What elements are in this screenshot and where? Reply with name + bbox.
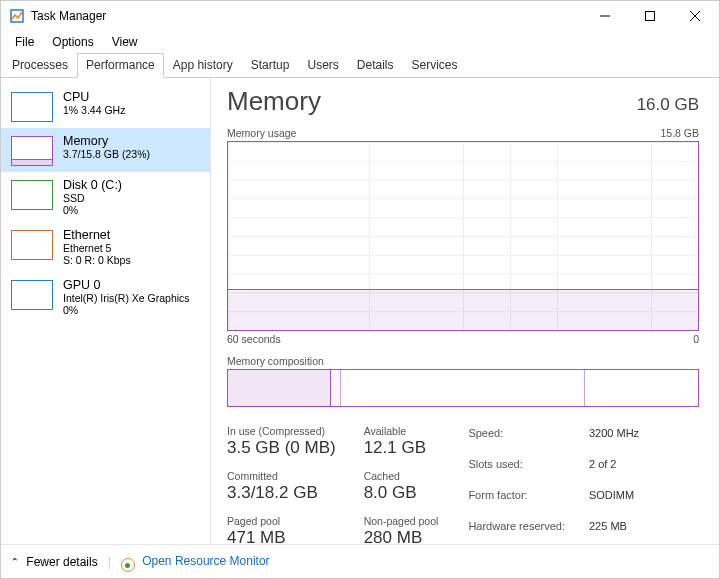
sidebar-item-ethernet[interactable]: Ethernet Ethernet 5 S: 0 R: 0 Kbps	[1, 222, 210, 272]
sidebar-disk-sub: SSD	[63, 192, 122, 204]
memory-usage-chart	[227, 141, 699, 331]
tab-apphistory[interactable]: App history	[164, 53, 242, 77]
sidebar-item-gpu[interactable]: GPU 0 Intel(R) Iris(R) Xe Graphics 0%	[1, 272, 210, 322]
tab-users[interactable]: Users	[298, 53, 347, 77]
speed-key: Speed:	[468, 427, 565, 455]
composition-label: Memory composition	[227, 355, 699, 367]
hw-key: Hardware reserved:	[468, 520, 565, 544]
chevron-up-icon: ⌄	[11, 556, 19, 567]
nonpaged-value: 280 MB	[364, 528, 439, 544]
tab-performance[interactable]: Performance	[77, 53, 164, 78]
sidebar-disk-title: Disk 0 (C:)	[63, 178, 122, 192]
sidebar-cpu-sub: 1% 3.44 GHz	[63, 104, 125, 116]
app-icon	[9, 8, 25, 24]
sidebar-cpu-title: CPU	[63, 90, 125, 104]
sidebar-eth-title: Ethernet	[63, 228, 131, 242]
hw-val: 225 MB	[589, 520, 639, 544]
menu-file[interactable]: File	[7, 33, 42, 51]
page-title: Memory	[227, 86, 321, 117]
cached-label: Cached	[364, 470, 439, 482]
stats-right: Speed: 3200 MHz Slots used: 2 of 2 Form …	[468, 427, 639, 544]
sidebar-disk-sub2: 0%	[63, 204, 122, 216]
cpu-thumb-icon	[11, 92, 53, 122]
inuse-label: In use (Compressed)	[227, 425, 336, 437]
footer: ⌄ Fewer details | Open Resource Monitor	[1, 544, 719, 578]
sidebar-gpu-sub2: 0%	[63, 304, 190, 316]
close-button[interactable]	[672, 2, 717, 30]
stats-left: In use (Compressed) 3.5 GB (0 MB) Availa…	[227, 425, 438, 544]
inuse-value: 3.5 GB (0 MB)	[227, 438, 336, 458]
tab-services[interactable]: Services	[403, 53, 467, 77]
sidebar-memory-sub: 3.7/15.8 GB (23%)	[63, 148, 150, 160]
slots-key: Slots used:	[468, 458, 565, 486]
sidebar-item-memory[interactable]: Memory 3.7/15.8 GB (23%)	[1, 128, 210, 172]
sidebar-item-cpu[interactable]: CPU 1% 3.44 GHz	[1, 84, 210, 128]
gpu-thumb-icon	[11, 280, 53, 310]
tab-processes[interactable]: Processes	[3, 53, 77, 77]
svg-rect-2	[645, 12, 654, 21]
tab-details[interactable]: Details	[348, 53, 403, 77]
menu-options[interactable]: Options	[44, 33, 101, 51]
nonpaged-label: Non-paged pool	[364, 515, 439, 527]
total-memory: 16.0 GB	[637, 95, 699, 115]
sidebar-eth-sub: Ethernet 5	[63, 242, 131, 254]
paged-label: Paged pool	[227, 515, 336, 527]
form-val: SODIMM	[589, 489, 639, 517]
menubar: File Options View	[1, 31, 719, 53]
memory-thumb-icon	[11, 136, 53, 166]
memory-composition-chart	[227, 369, 699, 407]
titlebar: Task Manager	[1, 1, 719, 31]
chart-x-left: 60 seconds	[227, 333, 281, 345]
slots-val: 2 of 2	[589, 458, 639, 486]
chart-label: Memory usage	[227, 127, 296, 139]
separator: |	[108, 555, 111, 569]
available-label: Available	[364, 425, 439, 437]
available-value: 12.1 GB	[364, 438, 439, 458]
maximize-button[interactable]	[627, 2, 672, 30]
tabstrip: Processes Performance App history Startu…	[1, 53, 719, 78]
chart-max: 15.8 GB	[660, 127, 699, 139]
sidebar: CPU 1% 3.44 GHz Memory 3.7/15.8 GB (23%)…	[1, 78, 211, 544]
open-resource-monitor-link[interactable]: Open Resource Monitor	[121, 554, 270, 570]
resource-monitor-icon	[121, 558, 135, 572]
sidebar-item-disk[interactable]: Disk 0 (C:) SSD 0%	[1, 172, 210, 222]
menu-view[interactable]: View	[104, 33, 146, 51]
window-title: Task Manager	[31, 9, 106, 23]
fewer-details-button[interactable]: ⌄ Fewer details	[11, 555, 98, 569]
paged-value: 471 MB	[227, 528, 336, 544]
sidebar-gpu-sub: Intel(R) Iris(R) Xe Graphics	[63, 292, 190, 304]
sidebar-memory-title: Memory	[63, 134, 150, 148]
form-key: Form factor:	[468, 489, 565, 517]
tab-startup[interactable]: Startup	[242, 53, 299, 77]
minimize-button[interactable]	[582, 2, 627, 30]
cached-value: 8.0 GB	[364, 483, 439, 503]
sidebar-gpu-title: GPU 0	[63, 278, 190, 292]
committed-value: 3.3/18.2 GB	[227, 483, 336, 503]
main-panel: Memory 16.0 GB Memory usage 15.8 GB 60 s…	[211, 78, 719, 544]
chart-x-right: 0	[693, 333, 699, 345]
fewer-details-label: Fewer details	[26, 555, 97, 569]
ethernet-thumb-icon	[11, 230, 53, 260]
disk-thumb-icon	[11, 180, 53, 210]
committed-label: Committed	[227, 470, 336, 482]
resource-monitor-label: Open Resource Monitor	[142, 554, 269, 568]
sidebar-eth-sub2: S: 0 R: 0 Kbps	[63, 254, 131, 266]
speed-val: 3200 MHz	[589, 427, 639, 455]
